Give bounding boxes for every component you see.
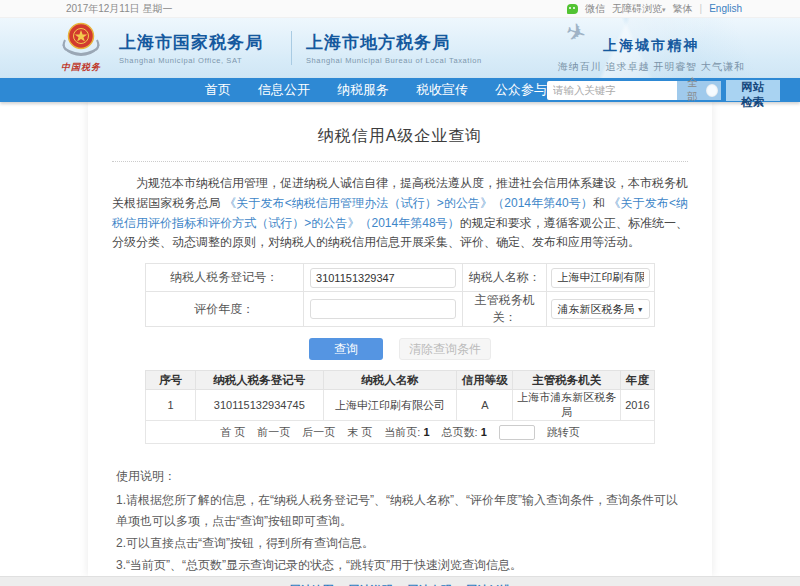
org-national-tax: 上海市国家税务局 Shanghai Municipal Office, SAT (119, 31, 263, 65)
eval-year-input[interactable] (310, 299, 456, 319)
form-buttons: 查询 清除查询条件 (112, 338, 688, 360)
site-header: 中国税务 上海市国家税务局 Shanghai Municipal Office,… (0, 18, 800, 78)
usage-title: 使用说明： (116, 466, 688, 488)
accessibility-label: 无障碍浏览 (612, 3, 662, 14)
tax-authority-value: 浦东新区税务局 (557, 302, 634, 317)
org1-name: 上海市国家税务局 (119, 31, 263, 54)
taxpayer-name-input[interactable] (551, 268, 649, 288)
page-title: 纳税信用A级企业查询 (112, 122, 688, 161)
jump-page-label: 跳转页 (547, 425, 580, 440)
nav-item-3[interactable]: 税收宣传 (416, 81, 468, 99)
total-pages-value: 1 (481, 426, 487, 438)
results-body: 1310115132934745上海申江印刷有限公司A上海市浦东新区税务局201… (146, 390, 655, 421)
eval-year-label: 评价年度： (146, 292, 304, 327)
search-input[interactable] (547, 81, 677, 100)
tax-bureau-logo: 中国税务 (55, 22, 107, 74)
results-col-header: 年度 (620, 371, 654, 390)
table-cell: A (457, 390, 513, 421)
intro-link-1[interactable]: 《关于发布<纳税信用管理办法（试行）>的公告》（2014年第40号） (224, 196, 593, 210)
total-pages: 总页数: 1 (442, 425, 487, 440)
city-spirit-block: ✈ 上海城市精神 海纳百川 追求卓越 开明睿智 大气谦和 (558, 23, 745, 74)
table-cell: 2016 (620, 390, 654, 421)
search-scope-select[interactable]: 全部 (677, 81, 721, 100)
total-pages-label: 总页数: (442, 426, 478, 438)
current-page: 当前页: 1 (384, 425, 429, 440)
accessibility-link[interactable]: 无障碍浏览▾ (612, 2, 666, 16)
results-table: 序号纳税人税务登记号纳税人名称信用等级主管税务机关年度 131011513293… (145, 370, 655, 421)
usage-line-3: 3.“当前页”、“总页数”显示查询记录的状态，“跳转页”用于快速浏览查询信息。 (116, 555, 688, 577)
table-cell: 上海申江印刷有限公司 (323, 390, 457, 421)
last-page-link[interactable]: 末 页 (347, 425, 372, 440)
usage-line-2: 2.可以直接点击“查询”按钮，得到所有查询信息。 (116, 533, 688, 555)
site-search: 全部 网站检索 (547, 78, 780, 102)
nav-item-2[interactable]: 纳税服务 (337, 81, 389, 99)
first-page-link[interactable]: 首 页 (220, 425, 245, 440)
reg-number-label: 纳税人税务登记号： (146, 264, 304, 292)
org2-name: 上海市地方税务局 (306, 31, 482, 54)
taxpayer-name-label: 纳税人名称： (463, 264, 547, 292)
usage-lines: 1.请根据您所了解的信息，在“纳税人税务登记号”、“纳税人名称”、“评价年度”输… (116, 490, 688, 576)
wechat-icon (567, 4, 578, 14)
table-cell: 1 (146, 390, 196, 421)
table-cell: 310115132934745 (195, 390, 323, 421)
usage-instructions: 使用说明： 1.请根据您所了解的信息，在“纳税人税务登记号”、“纳税人名称”、“… (116, 466, 688, 576)
tax-authority-select[interactable]: 浦东新区税务局 ▼ (551, 299, 649, 319)
search-scope-label: 全部 (687, 76, 706, 104)
prev-page-link[interactable]: 前一页 (257, 425, 290, 440)
usage-line-1: 1.请根据您所了解的信息，在“纳税人税务登记号”、“纳税人名称”、“评价年度”输… (116, 490, 688, 533)
nav-item-0[interactable]: 首页 (205, 81, 231, 99)
english-link[interactable]: English (709, 3, 742, 14)
current-page-value: 1 (423, 426, 429, 438)
table-row[interactable]: 1310115132934745上海申江印刷有限公司A上海市浦东新区税务局201… (146, 390, 655, 421)
table-cell: 上海市浦东新区税务局 (513, 390, 621, 421)
select-caret-icon: ▼ (637, 306, 644, 313)
tax-authority-label: 主管税务机关： (463, 292, 547, 327)
results-header-row: 序号纳税人税务登记号纳税人名称信用等级主管税务机关年度 (146, 371, 655, 390)
org-divider (291, 31, 292, 65)
clear-conditions-button[interactable]: 清除查询条件 (399, 338, 491, 360)
intro-paragraph: 为规范本市纳税信用管理，促进纳税人诚信自律，提高税法遵从度，推进社会信用体系建设… (112, 174, 688, 253)
org2-name-en: Shanghai Municipal Bureau of Local Taxat… (306, 56, 482, 65)
top-utility-bar: 2017年12月11日 星期一 微信 无障碍浏览▾ 繁体 | English (0, 0, 800, 18)
jump-page-input[interactable] (499, 425, 535, 440)
emblem-icon (58, 22, 104, 58)
results-col-header: 信用等级 (457, 371, 513, 390)
site-footer: 网站地图|网站说明|网站声明|网站纠错 上海税务 www.tax.sh.gov.… (0, 576, 800, 586)
results-col-header: 纳税人名称 (323, 371, 457, 390)
chevron-down-icon: ▾ (662, 6, 666, 13)
main-nav: 首页信息公开纳税服务税收宣传公众参与 全部 网站检索 (0, 78, 800, 102)
next-page-link[interactable]: 后一页 (302, 425, 335, 440)
page: 2017年12月11日 星期一 微信 无障碍浏览▾ 繁体 | English 中… (0, 0, 800, 586)
city-spirit-slogan: 海纳百川 追求卓越 开明睿智 大气谦和 (558, 60, 745, 74)
current-page-label: 当前页: (384, 426, 420, 438)
title-divider (112, 161, 688, 162)
results-col-header: 主管税务机关 (513, 371, 621, 390)
intro-text-2: 和 (593, 196, 609, 210)
results-col-header: 序号 (146, 371, 196, 390)
logo-caption: 中国税务 (55, 61, 107, 74)
site-search-button[interactable]: 网站检索 (726, 80, 779, 101)
nav-items: 首页信息公开纳税服务税收宣传公众参与 (59, 81, 547, 99)
reg-number-input[interactable] (310, 268, 456, 288)
scope-toggle-icon (706, 84, 718, 97)
nav-item-4[interactable]: 公众参与 (495, 81, 547, 99)
results-col-header: 纳税人税务登记号 (195, 371, 323, 390)
traditional-chinese-link[interactable]: 繁体 (673, 2, 693, 16)
org1-name-en: Shanghai Municipal Office, SAT (119, 56, 263, 65)
wechat-link[interactable]: 微信 (585, 2, 605, 16)
city-spirit-title: 上海城市精神 (558, 37, 745, 55)
nav-item-1[interactable]: 信息公开 (258, 81, 310, 99)
pagination: 首 页 前一页 后一页 末 页 当前页: 1 总页数: 1 跳转页 (145, 421, 655, 444)
topbar-divider: | (700, 3, 703, 14)
org-local-tax: 上海市地方税务局 Shanghai Municipal Bureau of Lo… (306, 31, 482, 65)
topbar-links: 微信 无障碍浏览▾ 繁体 | English (567, 2, 742, 16)
main-content: 纳税信用A级企业查询 为规范本市纳税信用管理，促进纳税人诚信自律，提高税法遵从度… (88, 102, 712, 576)
current-date: 2017年12月11日 星期一 (66, 2, 173, 16)
query-button[interactable]: 查询 (309, 338, 383, 360)
query-form: 纳税人税务登记号： 纳税人名称： 评价年度： 主管税务机关： 浦东新区税务局 ▼ (145, 263, 655, 327)
